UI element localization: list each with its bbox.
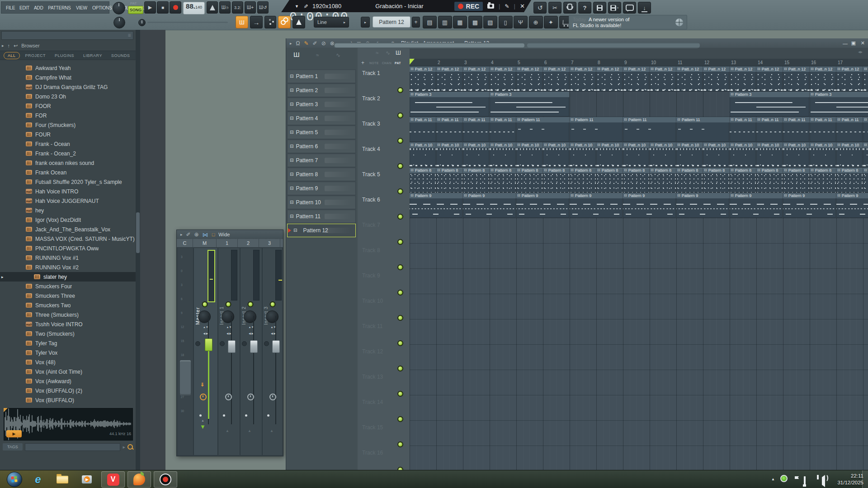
mixer-plus-icon[interactable]: ⊕ (194, 231, 199, 238)
mixer-dock-icon[interactable]: ⋈ (203, 231, 208, 238)
recorder-pen-tool-icon[interactable]: ✎ (302, 4, 309, 8)
browser-tab-sounds[interactable]: SOUNDS (108, 52, 134, 59)
track-led-14[interactable] (397, 416, 403, 422)
pattern-clip[interactable]: ⊟Pattern 8 (676, 168, 703, 192)
track-led-9[interactable] (397, 290, 403, 296)
pattern-clip[interactable]: ⊟Patt..n 12 (436, 66, 462, 91)
playlist-grid[interactable]: ⊟Patt..n 12⊟Patt..n 12⊟Patt..n 12⊟Patt..… (410, 66, 868, 470)
taskbar-media-player[interactable] (75, 471, 99, 488)
browser-item[interactable]: MASSA VOX (Cred. SATURN - MusicYT) (0, 234, 136, 244)
recorder-rec-button[interactable]: REC (454, 2, 483, 11)
browser-item[interactable]: Frank Ocean (0, 168, 136, 177)
menu-item-edit[interactable]: EDIT (18, 5, 31, 10)
browser-expand-icon[interactable]: ▸ (2, 43, 4, 48)
track-led-10[interactable] (397, 315, 403, 321)
pattern-clip[interactable]: ⊟Patt..n 12 (570, 66, 596, 91)
browser-item[interactable]: mp3DJ Drama Gangsta Grillz TAG (0, 82, 136, 92)
browser-item[interactable]: mp3Hah Voice INTRO (0, 187, 136, 196)
pattern-clip[interactable]: ⊟Pattern 8 (836, 168, 863, 192)
track-row-4[interactable]: ⊟Patt..n 10⊟Patt..n 10⊟Patt..n 10⊟Patt..… (410, 142, 868, 168)
browser-item[interactable]: Four (Smuckers) (0, 120, 136, 130)
mixer-column-c[interactable]: C (177, 239, 193, 247)
pattern-clip[interactable]: ⊟Patt..n 12 (730, 66, 756, 91)
pattern-clip[interactable]: ⊟Pattern 9 (570, 193, 623, 218)
pattern-clip[interactable]: ⊟Patt..n 10 (596, 142, 623, 167)
project-picker-button[interactable]: ▯ (499, 16, 513, 28)
plugin-delay-icon[interactable] (200, 394, 207, 400)
browser-item[interactable]: PNCINTLOFWGKTA Oww (0, 244, 136, 253)
link-button[interactable] (278, 16, 291, 28)
pattern-clip[interactable]: ⊟Pattern 3 (410, 92, 489, 117)
update-notification[interactable]: Today A newer version of FL Studio is av… (569, 15, 687, 29)
master-pitch-slider[interactable] (147, 22, 228, 23)
track-led-2[interactable] (397, 113, 403, 118)
pattern-clip[interactable]: ⊟Pattern 8 (650, 168, 676, 192)
tags-search-icon[interactable] (127, 444, 133, 450)
multitouch-button[interactable]: ✦ (544, 16, 558, 28)
menu-item-view[interactable]: VIEW (74, 5, 89, 10)
browser-item[interactable]: Vox (BUFFALO) (2) (0, 386, 136, 395)
pattern-clip[interactable]: ⊟Patt..n 12 (490, 66, 516, 91)
track-led-3[interactable] (397, 138, 403, 144)
browser-item[interactable]: Jack_And_The_Beanstalk_Vox (0, 225, 136, 234)
pattern-clip[interactable]: ⊟Pattern 8 (543, 168, 569, 192)
pattern-clip[interactable]: ⊟Pattern 8 (490, 168, 516, 192)
recorder-close-icon[interactable]: ✕ (520, 3, 525, 9)
stop-button[interactable]: ■ (157, 1, 169, 14)
pattern-cell-10[interactable]: ⊟Pattern 10 (287, 196, 356, 209)
pattern-clip[interactable]: ⊟Patt..n 11 (436, 117, 462, 142)
pattern-clip[interactable]: ⊟Pattern 8 (410, 168, 436, 192)
playhead-flag[interactable] (410, 59, 415, 65)
tray-expand-icon[interactable]: ▲ (771, 477, 775, 481)
undo-button[interactable]: ↺ (533, 2, 547, 14)
plugin-delay-icon[interactable] (269, 394, 276, 400)
pattern-clip[interactable]: ⊟Patt..n 12 (783, 66, 809, 91)
track-name-12[interactable]: Track 12 (362, 348, 383, 355)
track-name-2[interactable]: Track 2 (362, 95, 380, 102)
pattern-prev-button[interactable]: ▸ (361, 17, 370, 28)
loop-record-button[interactable]: Ш+ (245, 1, 256, 14)
pattern-clip[interactable]: ⊟Patt..n 12 (650, 66, 676, 91)
browser-item[interactable]: FOOR (0, 101, 136, 111)
pattern-selector[interactable]: Pattern 12 (373, 16, 410, 28)
minimize-icon[interactable]: — (843, 41, 848, 46)
import-button[interactable]: ↓ (638, 2, 651, 14)
feedback-button[interactable] (623, 2, 636, 14)
pattern-clip[interactable]: ⊟Patt..n 12 (863, 66, 868, 91)
tempo-display[interactable]: 88.140 (183, 2, 205, 14)
pattern-clip[interactable]: ⊟Pattern 8 (570, 168, 596, 192)
mixer-strip-insert-1[interactable]: Insert 1▲▼◀ ▶▲ (218, 248, 240, 455)
tray-recorder-icon[interactable] (780, 475, 788, 482)
mixer-titlebar[interactable]: ▸ ✐ ⊕ ⋈ □ Wide (177, 230, 283, 239)
track-led-4[interactable] (397, 163, 403, 169)
pattern-clip[interactable]: ⊟Patt..n 10 (623, 142, 649, 167)
current-strip-scroll-handle[interactable] (180, 360, 191, 395)
pattern-clip[interactable]: ⊟Patt..n 12 (703, 66, 729, 91)
browser-item[interactable]: Two (Smuckers) (0, 329, 136, 338)
playlist-tab-chan[interactable]: CHAN (382, 61, 392, 65)
main-pitch-knob[interactable] (113, 17, 125, 28)
cut-tool-button[interactable]: ✂ (548, 2, 561, 14)
pattern-clip[interactable]: ⊟Patt..n 12 (836, 66, 863, 91)
volume-fader[interactable] (250, 340, 258, 353)
help-button[interactable]: ? (578, 2, 591, 14)
fader-track[interactable] (253, 316, 254, 424)
remote-control-button[interactable]: ⊕ (529, 16, 543, 28)
pan-arrows[interactable]: ◀ ▶ (218, 332, 240, 335)
metronome-button[interactable] (207, 1, 218, 14)
pattern-clip[interactable]: ⊟Pattern 8 (783, 168, 809, 192)
browser-item[interactable]: Frank - Ocean (0, 139, 136, 149)
mixer-column-1[interactable]: 1 (217, 239, 238, 247)
wait-for-input-button[interactable]: Ш◷ (219, 1, 231, 14)
browser-item[interactable]: FOR (0, 111, 136, 120)
browser-item[interactable]: mp3Tsshh Voice INTRO (0, 319, 136, 329)
menu-item-options[interactable]: OPTIONS (90, 5, 113, 10)
track-row-16[interactable] (410, 446, 868, 470)
pattern-clip[interactable]: ⊟Patt..n 10 (730, 142, 756, 167)
track-name-14[interactable]: Track 14 (362, 399, 383, 405)
track-led-5[interactable] (397, 188, 403, 194)
pattern-clip[interactable]: ⊟Patt..n 11 (783, 117, 809, 142)
track-led-1[interactable] (397, 87, 403, 93)
pattern-clip[interactable]: ⊟Patt..n 12 (756, 66, 783, 91)
pattern-clip[interactable]: ⊟Pattern 8 (596, 168, 623, 192)
